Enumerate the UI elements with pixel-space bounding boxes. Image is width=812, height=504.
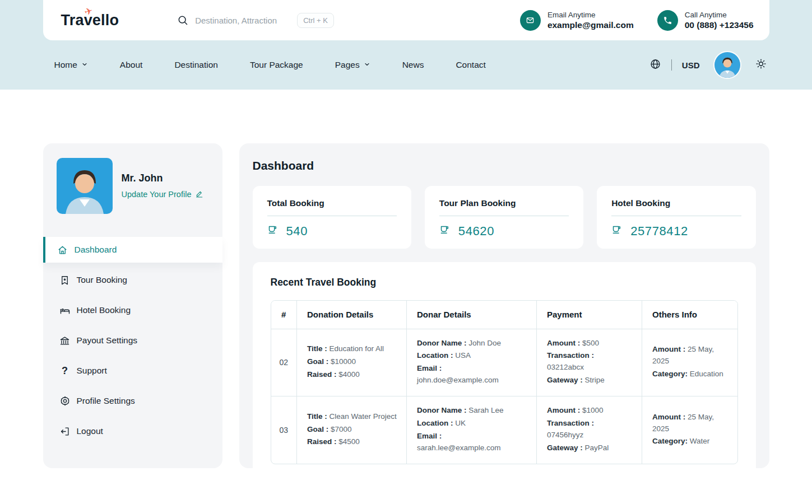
cup-icon: [611, 225, 623, 239]
phone-icon: [657, 10, 678, 31]
nav-item-tour-package[interactable]: Tour Package: [250, 60, 303, 70]
column-header-others-info: Others Info: [642, 301, 737, 329]
nav-item-pages[interactable]: Pages: [335, 60, 370, 70]
sidebar-item-tour-booking[interactable]: Tour Booking: [43, 267, 222, 293]
search-input[interactable]: [195, 16, 290, 25]
stat-value: 25778412: [630, 224, 688, 239]
row-number: 02: [271, 329, 297, 396]
sidebar-item-payout-settings[interactable]: Payout Settings: [43, 328, 222, 353]
phone-value: 00 (888) +123456: [685, 20, 754, 30]
stat-card-total-booking: Total Booking 540: [253, 186, 411, 249]
column-header-donar-details: Donar Details: [407, 301, 537, 329]
column-header-num: #: [271, 301, 297, 329]
sidebar: Mr. John Update Your Profile: [43, 143, 222, 468]
email-value: example@gmail.com: [547, 20, 634, 30]
profile-photo: [57, 158, 113, 214]
phone-contact[interactable]: Call Anytime 00 (888) +123456: [657, 10, 754, 31]
globe-icon[interactable]: [649, 58, 661, 72]
nav-item-news[interactable]: News: [402, 60, 424, 70]
divider: [611, 216, 741, 216]
user-name: Mr. John: [122, 172, 205, 184]
payment-cell: Amount : $1000 Transaction :07456hyyz Ga…: [537, 396, 642, 464]
cup-icon: [439, 225, 451, 239]
pen-icon: [195, 189, 204, 200]
question-icon: ?: [59, 366, 71, 376]
stat-card-hotel-booking: Hotel Booking 25778412: [597, 186, 755, 249]
search-box[interactable]: Ctrl + K: [177, 13, 334, 28]
chevron-down-icon: [81, 60, 88, 70]
sidebar-item-profile-settings[interactable]: Profile Settings: [43, 388, 222, 414]
row-number: 03: [271, 396, 297, 464]
sidebar-item-logout[interactable]: Logout: [43, 418, 222, 444]
column-header-payment: Payment: [537, 301, 642, 329]
others-info-cell: Amount : 25 May, 2025 Category: Water: [642, 396, 737, 464]
home-icon: [57, 245, 68, 255]
email-icon: [520, 10, 541, 31]
donation-details-cell: Title : Clean Water Project Goal : $7000…: [297, 396, 407, 464]
nav-item-destination[interactable]: Destination: [174, 60, 218, 70]
search-icon: [177, 15, 188, 26]
phone-label: Call Anytime: [685, 11, 754, 19]
recent-booking-table: # Donation Details Donar Details Payment…: [271, 301, 737, 464]
bank-icon: [59, 335, 71, 346]
donation-details-cell: Title : Education for All Goal : $10000 …: [297, 329, 407, 396]
sidebar-item-hotel-booking[interactable]: Hotel Booking: [43, 297, 222, 323]
currency-selector[interactable]: USD: [682, 60, 700, 70]
divider: [671, 59, 672, 71]
bookmark-star-icon: [59, 275, 71, 286]
bed-icon: [59, 305, 71, 316]
brand-logo[interactable]: ✈ Travello: [61, 12, 119, 29]
header-region: ✈ Travello Ctrl + K: [0, 0, 812, 90]
nav-item-about[interactable]: About: [120, 60, 143, 70]
email-label: Email Anytime: [547, 11, 634, 19]
payment-cell: Amount : $500 Transaction :03212abcx Gat…: [537, 329, 642, 396]
cup-icon: [267, 225, 279, 239]
stat-value: 54620: [458, 224, 494, 239]
divider: [439, 216, 569, 216]
nav-item-contact[interactable]: Contact: [456, 60, 485, 70]
main-nav: Home About Destination Tour Package Page…: [43, 40, 769, 90]
email-contact[interactable]: Email Anytime example@gmail.com: [520, 10, 634, 31]
theme-toggle-sun-icon[interactable]: [755, 58, 767, 72]
donor-details-cell: Donor Name : John Doe Location : USA Ema…: [407, 329, 537, 396]
chevron-down-icon: [364, 60, 370, 70]
donor-details-cell: Donor Name : Sarah Lee Location : UK Ema…: [407, 396, 537, 464]
update-profile-link[interactable]: Update Your Profile: [122, 189, 205, 200]
stat-value: 540: [286, 224, 308, 239]
nav-item-home[interactable]: Home: [54, 60, 88, 70]
page-title: Dashboard: [253, 159, 756, 172]
divider: [267, 216, 397, 216]
recent-booking-card: Recent Travel Booking # Donation Details…: [253, 262, 756, 482]
search-shortcut-badge: Ctrl + K: [297, 13, 334, 28]
sidebar-item-support[interactable]: ? Support: [43, 358, 222, 384]
gear-icon: [59, 395, 71, 407]
others-info-cell: Amount : 25 May, 2025 Category: Educatio…: [642, 329, 737, 396]
dashboard-panel: Dashboard Total Booking 540: [239, 143, 769, 468]
table-row: 03 Title : Clean Water Project Goal : $7…: [271, 396, 737, 464]
table-title: Recent Travel Booking: [271, 277, 738, 288]
table-row: 02 Title : Education for All Goal : $100…: [271, 329, 737, 396]
logout-icon: [59, 426, 71, 437]
user-avatar[interactable]: [713, 51, 741, 79]
column-header-donation-details: Donation Details: [297, 301, 407, 329]
topbar: ✈ Travello Ctrl + K: [43, 0, 769, 40]
stat-card-tour-plan-booking: Tour Plan Booking 54620: [425, 186, 583, 249]
sidebar-item-dashboard[interactable]: Dashboard: [43, 237, 222, 263]
